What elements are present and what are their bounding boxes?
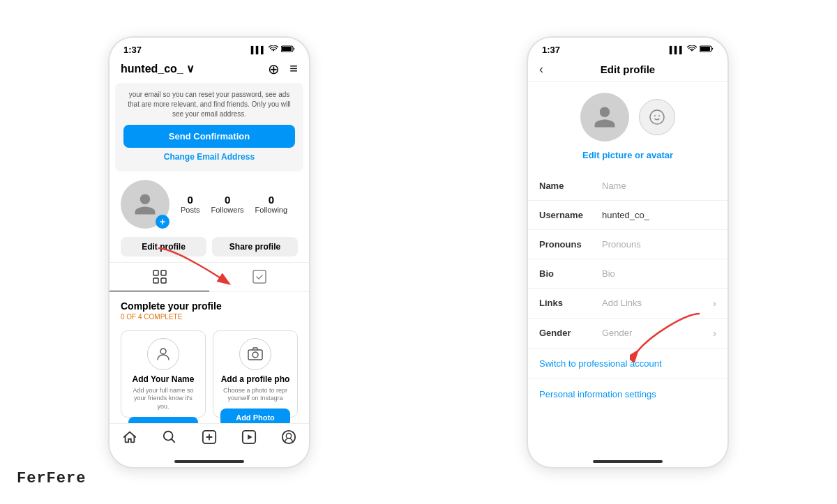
grid-icon: [153, 270, 167, 284]
phone-1: 1:37 ▌▌▌ hunted_co_: [108, 36, 310, 468]
back-button[interactable]: ‹: [539, 62, 543, 77]
status-icons-2: ▌▌▌: [670, 45, 714, 54]
complete-profile-subtitle: 0 OF 4 COMPLETE: [121, 313, 298, 321]
add-post-icon[interactable]: ⊕: [268, 61, 280, 77]
gender-field-row[interactable]: Gender Gender ›: [528, 319, 727, 349]
svg-point-14: [282, 431, 295, 443]
links-value[interactable]: Add Links: [602, 298, 713, 308]
avatar-person-icon-2: [592, 105, 617, 130]
svg-point-18: [650, 110, 664, 124]
svg-rect-6: [253, 270, 266, 283]
gender-chevron-icon: ›: [713, 328, 716, 339]
battery-icon-2: [700, 45, 714, 54]
gender-value[interactable]: Gender: [602, 328, 713, 338]
add-photo-desc: Choose a photo to repr yourself on Insta…: [220, 387, 290, 403]
bio-field-row[interactable]: Bio Bio: [528, 259, 727, 289]
svg-point-19: [654, 115, 656, 116]
edit-profile-header: ‹ Edit profile: [528, 58, 727, 82]
tab-icons: [110, 262, 309, 292]
following-count: 0: [255, 194, 287, 206]
brand-logo: FerFere: [17, 470, 86, 487]
add-photo-title: Add a profile pho: [220, 374, 290, 384]
username-row[interactable]: hunted_co_ ∨: [121, 62, 195, 75]
search-nav-icon[interactable]: [162, 429, 177, 448]
followers-stat: 0 Followers: [211, 194, 244, 214]
edit-profile-button[interactable]: Edit profile: [121, 237, 206, 257]
edit-profile-title: Edit profile: [601, 63, 655, 75]
svg-point-15: [287, 434, 292, 438]
email-prompt: your email so you can reset your passwor…: [115, 83, 303, 171]
add-name-button[interactable]: Add Name: [128, 417, 198, 424]
following-stat: 0 Following: [255, 194, 287, 214]
change-email-link[interactable]: Change Email Address: [123, 152, 295, 165]
status-time-2: 1:37: [542, 45, 560, 55]
home-nav-icon[interactable]: [122, 429, 137, 448]
complete-profile-title: Complete your profile: [121, 300, 298, 312]
posts-stat: 0 Posts: [181, 194, 200, 214]
avatar-container: +: [121, 180, 169, 229]
tagged-tab[interactable]: [209, 263, 309, 291]
avatar-person-icon: [133, 192, 158, 217]
stats-row: 0 Posts 0 Followers 0 Following: [181, 194, 287, 214]
avatar-edit-circle: [580, 93, 629, 142]
bio-value[interactable]: Bio: [602, 268, 716, 279]
switch-professional-link[interactable]: Switch to professional account: [528, 349, 727, 379]
bottom-nav: [110, 423, 309, 457]
posts-label: Posts: [181, 206, 200, 214]
status-bar-2: 1:37 ▌▌▌: [528, 38, 727, 58]
gender-label: Gender: [539, 328, 602, 338]
add-name-desc: Add your full name so your friends know …: [128, 387, 198, 411]
add-avatar-button[interactable]: +: [156, 215, 169, 229]
add-photo-card: Add a profile pho Choose a photo to repr…: [213, 330, 298, 418]
create-nav-icon[interactable]: [202, 429, 217, 448]
followers-count: 0: [211, 194, 244, 206]
camera-icon: [247, 346, 264, 362]
svg-rect-5: [161, 278, 166, 283]
menu-icon[interactable]: ≡: [289, 61, 298, 77]
links-field-row[interactable]: Links Add Links ›: [528, 289, 727, 319]
svg-point-20: [658, 115, 660, 116]
avatar-edit-row: [580, 93, 675, 142]
profile-cards: Add Your Name Add your full name so your…: [110, 325, 309, 424]
send-confirmation-button[interactable]: Send Confirmation: [123, 125, 295, 148]
name-label: Name: [539, 181, 602, 191]
name-field-row[interactable]: Name Name: [528, 171, 727, 201]
username-field-row[interactable]: Username hunted_co_: [528, 201, 727, 230]
profile-buttons: Edit profile Share profile: [110, 234, 309, 262]
reels-nav-icon[interactable]: [241, 429, 257, 448]
phone-2: 1:37 ▌▌▌ ‹ Edit profile: [527, 36, 729, 468]
svg-marker-13: [248, 435, 252, 440]
edit-picture-link[interactable]: Edit picture or avatar: [582, 150, 673, 160]
share-profile-button[interactable]: Share profile: [212, 237, 298, 257]
tagged-icon: [252, 270, 266, 284]
svg-rect-3: [161, 270, 166, 275]
battery-icon-1: [281, 45, 295, 54]
add-photo-icon: [239, 338, 271, 370]
home-indicator-2: [593, 460, 663, 463]
profile-nav-icon[interactable]: [281, 429, 296, 448]
header-icons: ⊕ ≡: [268, 61, 298, 77]
avatar-edit-icon[interactable]: [639, 99, 675, 135]
pronouns-value[interactable]: Pronouns: [602, 239, 716, 250]
wifi-icon-1: [269, 45, 278, 54]
links-label: Links: [539, 298, 602, 308]
grid-tab[interactable]: [110, 263, 209, 291]
name-value[interactable]: Name: [602, 181, 716, 191]
svg-rect-2: [153, 270, 158, 275]
username-label: hunted_co_: [121, 63, 183, 75]
username-label: Username: [539, 210, 602, 220]
complete-profile-section: Complete your profile 0 OF 4 COMPLETE: [110, 292, 309, 325]
pronouns-field-row[interactable]: Pronouns Pronouns: [528, 230, 727, 259]
bio-label: Bio: [539, 268, 602, 279]
svg-point-7: [160, 349, 166, 354]
svg-rect-8: [248, 350, 262, 360]
add-photo-button[interactable]: Add Photo: [220, 408, 290, 424]
profile-section: + 0 Posts 0 Followers 0 Following: [110, 171, 309, 234]
home-indicator-1: [174, 460, 244, 462]
email-prompt-text: your email so you can reset your passwor…: [123, 90, 295, 119]
signal-icon-2: ▌▌▌: [670, 46, 684, 54]
personal-info-link[interactable]: Personal information settings: [528, 379, 727, 409]
status-bar-1: 1:37 ▌▌▌: [110, 38, 309, 58]
avatar-edit-section: Edit picture or avatar: [528, 82, 727, 171]
username-value[interactable]: hunted_co_: [602, 210, 716, 220]
